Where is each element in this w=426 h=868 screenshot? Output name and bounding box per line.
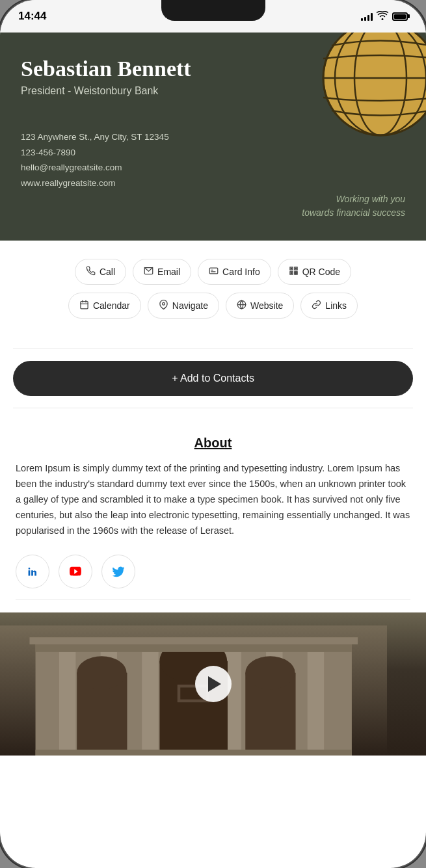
card-info-button[interactable]: Card Info bbox=[198, 259, 271, 285]
svg-rect-47 bbox=[36, 750, 352, 756]
svg-point-40 bbox=[77, 656, 126, 689]
card-tagline-line2: towards financial success bbox=[302, 206, 405, 220]
qr-icon bbox=[289, 266, 299, 278]
bottom-divider bbox=[13, 408, 413, 408]
card-tagline-line1: Working with you bbox=[302, 192, 405, 206]
svg-rect-18 bbox=[295, 268, 297, 269]
navigate-label: Navigate bbox=[172, 300, 208, 311]
svg-rect-19 bbox=[291, 272, 292, 274]
links-button[interactable]: Links bbox=[300, 293, 358, 319]
about-text: Lorem Ipsum is simply dummy text of the … bbox=[16, 461, 410, 539]
svg-rect-14 bbox=[296, 272, 297, 273]
calendar-label: Calendar bbox=[93, 300, 130, 311]
status-time: 14:44 bbox=[18, 10, 46, 23]
card-contact: 123 Anywhere St., Any City, ST 12345 123… bbox=[21, 129, 405, 191]
qr-code-button[interactable]: QR Code bbox=[278, 259, 351, 285]
call-label: Call bbox=[100, 267, 115, 277]
scroll-content[interactable]: Sebastian Bennett President - Weistonbur… bbox=[0, 33, 426, 868]
social-divider bbox=[16, 599, 410, 599]
action-row-1: Call Email bbox=[13, 259, 413, 285]
battery-icon bbox=[392, 12, 408, 21]
twitter-button[interactable] bbox=[101, 555, 135, 588]
svg-rect-13 bbox=[294, 272, 295, 273]
top-divider bbox=[13, 349, 413, 349]
actions-section: Call Email bbox=[0, 241, 426, 339]
phone-icon bbox=[86, 266, 96, 278]
svg-rect-33 bbox=[59, 649, 75, 756]
navigate-button[interactable]: Navigate bbox=[148, 293, 219, 319]
play-icon bbox=[208, 676, 221, 692]
about-title: About bbox=[16, 436, 410, 451]
video-section[interactable] bbox=[0, 612, 426, 756]
calendar-icon bbox=[79, 300, 89, 311]
card-phone: 123-456-7890 bbox=[21, 145, 405, 161]
globe-decoration bbox=[322, 33, 426, 137]
linkedin-button[interactable] bbox=[16, 555, 49, 588]
svg-rect-17 bbox=[291, 268, 292, 269]
links-icon bbox=[312, 300, 321, 311]
add-to-contacts-button[interactable]: + Add to Contacts bbox=[13, 361, 413, 396]
links-label: Links bbox=[325, 300, 347, 311]
svg-rect-38 bbox=[308, 649, 324, 756]
svg-rect-15 bbox=[294, 273, 295, 274]
wifi-icon bbox=[377, 11, 388, 22]
card-website: www.reallygreatsite.com bbox=[21, 176, 405, 191]
website-button[interactable]: Website bbox=[226, 293, 294, 319]
svg-point-44 bbox=[245, 656, 295, 689]
signal-icon bbox=[361, 12, 373, 21]
calendar-button[interactable]: Calendar bbox=[68, 293, 141, 319]
card-info-label: Card Info bbox=[222, 267, 260, 277]
svg-point-24 bbox=[162, 302, 165, 305]
svg-rect-46 bbox=[29, 637, 358, 644]
youtube-button[interactable] bbox=[59, 555, 92, 588]
website-icon bbox=[237, 300, 246, 311]
add-contacts-label: + Add to Contacts bbox=[172, 373, 254, 384]
add-contacts-section: + Add to Contacts bbox=[0, 339, 426, 420]
svg-rect-20 bbox=[81, 302, 88, 309]
navigate-icon bbox=[159, 300, 168, 311]
svg-rect-7 bbox=[209, 268, 218, 274]
play-button[interactable] bbox=[195, 666, 232, 702]
card-email: hello@reallygreatsite.com bbox=[21, 160, 405, 176]
email-button[interactable]: Email bbox=[133, 259, 191, 285]
phone-frame: 14:44 bbox=[0, 0, 426, 868]
business-card: Sebastian Bennett President - Weistonbur… bbox=[0, 33, 426, 241]
email-label: Email bbox=[157, 267, 180, 277]
about-section: About Lorem Ipsum is simply dummy text o… bbox=[0, 420, 426, 612]
svg-rect-16 bbox=[296, 273, 297, 274]
website-label: Website bbox=[250, 300, 283, 311]
email-icon bbox=[144, 266, 153, 278]
card-info-icon bbox=[209, 266, 219, 278]
status-indicators bbox=[361, 11, 408, 22]
building-illustration bbox=[0, 625, 387, 756]
social-icons bbox=[16, 555, 410, 588]
call-button[interactable]: Call bbox=[75, 259, 126, 285]
phone-screen: 14:44 bbox=[0, 0, 426, 868]
qr-label: QR Code bbox=[302, 267, 340, 277]
svg-rect-35 bbox=[142, 649, 158, 756]
notch bbox=[161, 0, 265, 21]
action-row-2: Calendar Navigate bbox=[13, 293, 413, 319]
card-tagline: Working with you towards financial succe… bbox=[302, 192, 405, 220]
